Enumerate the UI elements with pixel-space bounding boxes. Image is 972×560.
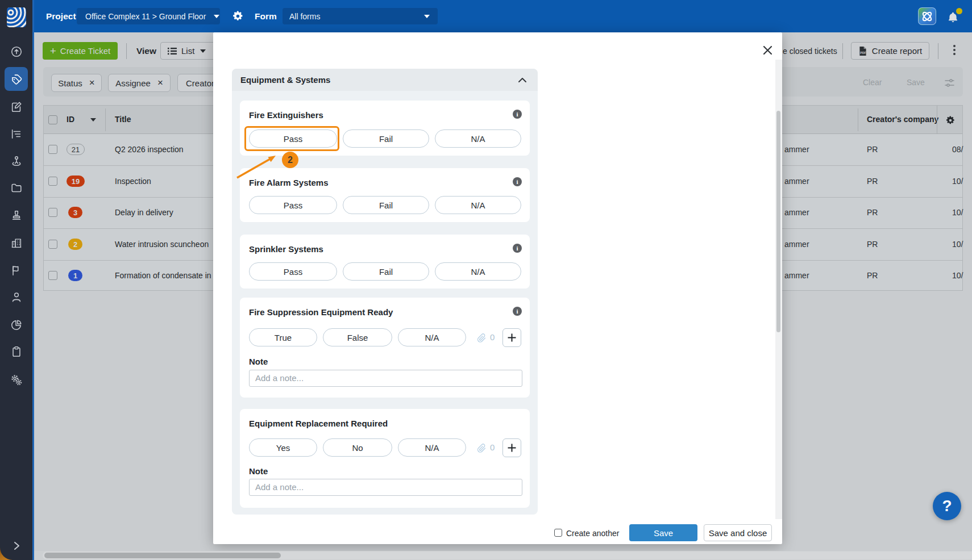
svg-text:PDF: PDF: [860, 51, 866, 54]
